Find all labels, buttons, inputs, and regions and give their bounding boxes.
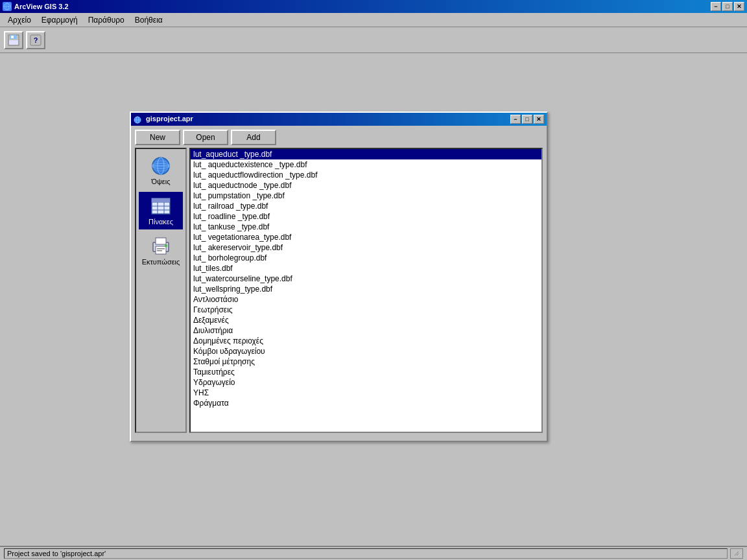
- svg-rect-28: [157, 250, 162, 251]
- svg-line-30: [735, 552, 739, 555]
- svg-point-29: [165, 244, 167, 247]
- file-item[interactable]: Ταμιευτήρες: [191, 367, 541, 377]
- menu-bar: Αρχείο Εφαρμογή Παράθυρο Βοήθεια: [0, 13, 747, 27]
- sidebar-item-prints[interactable]: Εκτυπώσεις: [139, 232, 183, 270]
- help-icon: ?: [30, 34, 42, 46]
- table-icon: [150, 196, 171, 216]
- open-button[interactable]: Open: [183, 130, 228, 145]
- menu-window[interactable]: Παράθυρο: [83, 14, 130, 26]
- svg-text:?: ?: [34, 36, 38, 44]
- svg-rect-25: [156, 238, 166, 244]
- file-item[interactable]: lut_ aqueductnode _type.dbf: [191, 180, 541, 191]
- new-button[interactable]: New: [135, 130, 180, 145]
- save-button[interactable]: [4, 31, 23, 49]
- svg-rect-27: [157, 248, 165, 250]
- save-icon: [8, 34, 19, 46]
- svg-rect-6: [9, 40, 18, 45]
- project-title: gisproject.apr: [134, 115, 193, 123]
- prints-label: Εκτυπώσεις: [142, 258, 180, 266]
- file-item[interactable]: lut_ roadline _type.dbf: [191, 211, 541, 222]
- file-item[interactable]: Διυλιστήρια: [191, 325, 541, 336]
- file-item[interactable]: Υδραγωγείο: [191, 377, 541, 388]
- menu-app[interactable]: Εφαρμογή: [36, 14, 83, 26]
- file-item[interactable]: lut_ railroad _type.dbf: [191, 201, 541, 211]
- sidebar: Όψεις Πίν: [135, 148, 187, 433]
- minimize-button[interactable]: −: [711, 2, 721, 11]
- file-list[interactable]: lut_aqueduct _type.dbflut_ aqueductexist…: [189, 148, 543, 433]
- svg-rect-5: [11, 36, 14, 38]
- status-bar: Project saved to 'gisproject.apr': [0, 546, 747, 560]
- restore-button[interactable]: □: [722, 2, 733, 11]
- file-item[interactable]: lut_tiles.dbf: [191, 263, 541, 274]
- file-item[interactable]: lut_ vegetationarea_type.dbf: [191, 232, 541, 242]
- project-title-controls: − □ ✕: [510, 115, 544, 124]
- help-button[interactable]: ?: [26, 31, 45, 49]
- tables-label: Πίνακες: [148, 218, 173, 226]
- button-row: New Open Add: [131, 126, 547, 148]
- globe-icon: [150, 156, 171, 176]
- file-item[interactable]: lut_wellspring_type.dbf: [191, 284, 541, 294]
- views-label: Όψεις: [151, 178, 170, 185]
- app-icon: [3, 2, 12, 11]
- content-area: Όψεις Πίν: [131, 148, 547, 437]
- project-minimize-button[interactable]: −: [510, 115, 521, 124]
- svg-line-31: [737, 554, 739, 555]
- status-resize: [730, 548, 743, 559]
- project-restore-button[interactable]: □: [522, 115, 532, 124]
- project-close-button[interactable]: ✕: [534, 115, 544, 124]
- print-icon: [150, 236, 171, 257]
- app-title: ArcView GIS 3.2: [14, 3, 69, 10]
- file-item[interactable]: ΥΗΣ: [191, 388, 541, 398]
- file-item[interactable]: Γεωτρήσεις: [191, 305, 541, 315]
- toolbar: ?: [0, 27, 747, 53]
- menu-help[interactable]: Βοήθεια: [130, 14, 168, 26]
- file-item[interactable]: lut_ pumpstation _type.dbf: [191, 191, 541, 201]
- file-item[interactable]: Φράγματα: [191, 398, 541, 408]
- file-item[interactable]: lut_ aqueductflowdirection _type.dbf: [191, 170, 541, 180]
- close-button[interactable]: ✕: [734, 2, 744, 11]
- file-item[interactable]: lut_watercourseline_type.dbf: [191, 274, 541, 284]
- app-area: gisproject.apr − □ ✕ New Open Add: [0, 53, 747, 546]
- title-controls: − □ ✕: [711, 2, 744, 11]
- file-item[interactable]: Αντλιοστάσιο: [191, 294, 541, 305]
- menu-file[interactable]: Αρχείο: [3, 14, 36, 26]
- file-item[interactable]: lut_aqueduct _type.dbf: [191, 149, 541, 159]
- project-title-bar: gisproject.apr − □ ✕: [131, 113, 547, 126]
- svg-rect-23: [152, 198, 170, 202]
- app-title-bar: ArcView GIS 3.2 − □ ✕: [0, 0, 747, 13]
- file-item[interactable]: Σταθμοί μέτρησης: [191, 356, 541, 367]
- sidebar-item-views[interactable]: Όψεις: [139, 152, 183, 189]
- title-bar-left: ArcView GIS 3.2: [3, 2, 69, 11]
- file-item[interactable]: lut_ akereservoir_type.dbf: [191, 242, 541, 253]
- file-item[interactable]: Κόμβοι υδραγωγείου: [191, 346, 541, 356]
- file-item[interactable]: Δεξαμενές: [191, 315, 541, 325]
- project-window: gisproject.apr − □ ✕ New Open Add: [130, 111, 548, 442]
- sidebar-item-tables[interactable]: Πίνακες: [139, 192, 183, 229]
- file-item[interactable]: lut_ borholegroup.dbf: [191, 253, 541, 263]
- file-item[interactable]: Δομημένες περιοχές: [191, 336, 541, 346]
- add-button[interactable]: Add: [231, 130, 276, 145]
- status-text: Project saved to 'gisproject.apr': [4, 548, 728, 559]
- file-item[interactable]: lut_ tankuse _type.dbf: [191, 222, 541, 232]
- file-item[interactable]: lut_ aqueductexistence _type.dbf: [191, 159, 541, 170]
- file-list-container: lut_aqueduct _type.dbflut_ aqueductexist…: [189, 148, 543, 433]
